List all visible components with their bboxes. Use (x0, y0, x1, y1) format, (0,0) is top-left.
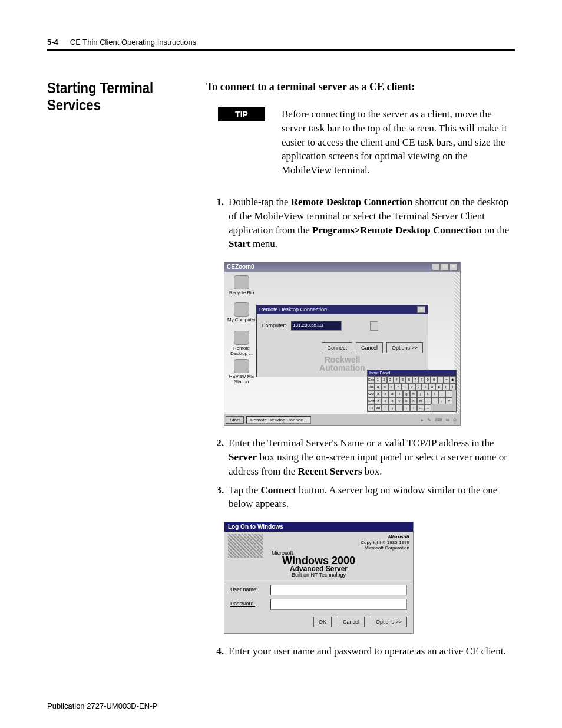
password-label: Password: (230, 600, 266, 608)
keyboard-key[interactable]: ` (382, 404, 389, 411)
keyboard-key[interactable]: ; (438, 390, 445, 397)
keyboard-key[interactable]: Shift (368, 397, 375, 404)
dropdown-icon[interactable] (370, 321, 378, 331)
keyboard-key[interactable]: 6 (406, 376, 412, 383)
onscreen-keyboard[interactable]: Esc1234567890-=◆Tabqwertyuiop[]CAPasdfgh… (368, 376, 456, 411)
close-icon[interactable]: × (449, 263, 458, 271)
minimize-icon[interactable]: _ (432, 263, 440, 271)
options-button[interactable]: Options >> (371, 617, 407, 628)
keyboard-key[interactable]: b (403, 397, 410, 404)
keyboard-key[interactable]: 2 (381, 376, 388, 383)
keyboard-key[interactable]: \ (389, 404, 396, 411)
keyboard-key[interactable]: 8 (418, 376, 425, 383)
keyboard-key[interactable]: ← (417, 404, 424, 411)
options-button[interactable]: Options >> (386, 342, 423, 354)
password-input[interactable] (270, 599, 407, 610)
keyboard-key[interactable]: c (389, 397, 396, 404)
keyboard-key[interactable]: ] (449, 383, 457, 390)
taskbar-item[interactable]: Remote Desktop Connec... (246, 416, 311, 424)
step2-number: 2. (206, 436, 224, 478)
keyboard-key[interactable]: t (402, 383, 409, 390)
start-button[interactable]: Start (226, 416, 244, 424)
keyboard-key[interactable]: e (388, 383, 395, 390)
keyboard-key[interactable]: áü (375, 404, 382, 411)
desktop-icon-remote[interactable]: Remote Desktop ... (227, 331, 256, 357)
keyboard-key[interactable]: . (431, 397, 438, 404)
tip-text: Before connecting to the server as a cli… (282, 107, 515, 177)
keyboard-key[interactable]: 1 (375, 376, 381, 383)
keyboard-key[interactable]: q (375, 383, 382, 390)
keyboard-key[interactable]: Tab (368, 383, 375, 390)
desktop-icon-rsview[interactable]: RSView ME Station (227, 359, 256, 385)
cancel-button[interactable]: Cancel (338, 617, 365, 628)
keyboard-key[interactable]: h (410, 390, 417, 397)
step4-number: 4. (206, 644, 224, 658)
keyboard-key[interactable]: 9 (425, 376, 431, 383)
keyboard-key[interactable]: ↓ (403, 404, 410, 411)
keyboard-key[interactable]: x (382, 397, 389, 404)
keyboard-key[interactable]: v (396, 397, 403, 404)
keyboard-key[interactable]: d (389, 390, 396, 397)
keyboard-key[interactable]: j (417, 390, 424, 397)
maximize-icon[interactable]: □ (441, 263, 449, 271)
keyboard-key[interactable]: Ctl (368, 404, 375, 411)
keyboard-key[interactable]: 4 (394, 376, 400, 383)
keyboard-key[interactable]: s (382, 390, 389, 397)
keyboard-key[interactable]: 5 (399, 376, 406, 383)
keyboard-key[interactable]: m (417, 397, 424, 404)
keyboard-key[interactable]: l (431, 390, 438, 397)
keyboard-key[interactable]: ↵ (445, 397, 452, 404)
keyboard-key[interactable]: [ (442, 383, 449, 390)
rdc-dialog: Remote Desktop Connection × Computer: 13… (256, 305, 428, 377)
step3-number: 3. (206, 483, 224, 512)
keyboard-key[interactable]: = (444, 376, 450, 383)
ok-button[interactable]: OK (313, 617, 332, 628)
figure-remote-desktop: CEZoom0 _ □ × Recycle Bin (224, 262, 461, 426)
keyboard-key[interactable]: 0 (431, 376, 437, 383)
keyboard-key[interactable]: u (415, 383, 422, 390)
logon-title: Log On to Windows (224, 522, 413, 532)
keyboard-key[interactable]: n (410, 397, 417, 404)
keyboard-key[interactable]: - (437, 376, 444, 383)
keyboard-key[interactable]: f (396, 390, 403, 397)
step2-body: Enter the Terminal Server's Name or a va… (229, 436, 515, 478)
connect-button[interactable]: Connect (322, 342, 352, 354)
desktop-icon-mycomputer[interactable]: My Computer (227, 302, 256, 323)
figure-logon: Log On to Windows Microsoft Copyright © … (224, 522, 414, 634)
keyboard-key[interactable]: ↑ (410, 404, 417, 411)
keyboard-key[interactable]: Esc (368, 376, 375, 383)
keyboard-key[interactable]: 7 (412, 376, 419, 383)
keyboard-key[interactable]: k (424, 390, 431, 397)
keyboard-key[interactable]: → (424, 404, 431, 411)
keyboard-key[interactable] (396, 404, 403, 411)
rsview-icon (234, 359, 249, 373)
keyboard-key[interactable]: p (435, 383, 442, 390)
keyboard-key[interactable]: CAP (368, 390, 375, 397)
keyboard-key[interactable]: z (375, 397, 382, 404)
keyboard-key[interactable]: i (422, 383, 429, 390)
keyboard-key[interactable]: w (381, 383, 388, 390)
keyboard-key[interactable]: ◆ (449, 376, 456, 383)
keyboard-key[interactable]: g (403, 390, 410, 397)
keyboard-key[interactable]: / (438, 397, 445, 404)
username-input[interactable] (270, 585, 407, 595)
keyboard-key[interactable]: r (395, 383, 402, 390)
header-title: CE Thin Client Operating Instructions (70, 38, 196, 47)
desktop-icon-recycle[interactable]: Recycle Bin (227, 275, 256, 296)
recycle-icon (234, 275, 249, 289)
cancel-button[interactable]: Cancel (356, 342, 383, 354)
keyboard-key[interactable]: , (424, 397, 431, 404)
rdc-dialog-title: Remote Desktop Connection (259, 306, 327, 314)
computer-label: Computer: (262, 322, 286, 330)
keyboard-key[interactable]: o (429, 383, 436, 390)
keyboard-key[interactable]: 3 (387, 376, 394, 383)
page-number: 5-4 (47, 38, 58, 47)
intro-text: To connect to a terminal server as a CE … (206, 81, 515, 93)
tip-badge: TIP (218, 107, 265, 121)
close-icon[interactable]: × (417, 306, 425, 313)
keyboard-key[interactable]: ' (445, 390, 452, 397)
keyboard-key[interactable]: a (375, 390, 382, 397)
keyboard-key[interactable]: y (408, 383, 415, 390)
computer-input[interactable]: 131.200.55.13 (291, 321, 342, 331)
username-label: User name: (230, 586, 266, 594)
